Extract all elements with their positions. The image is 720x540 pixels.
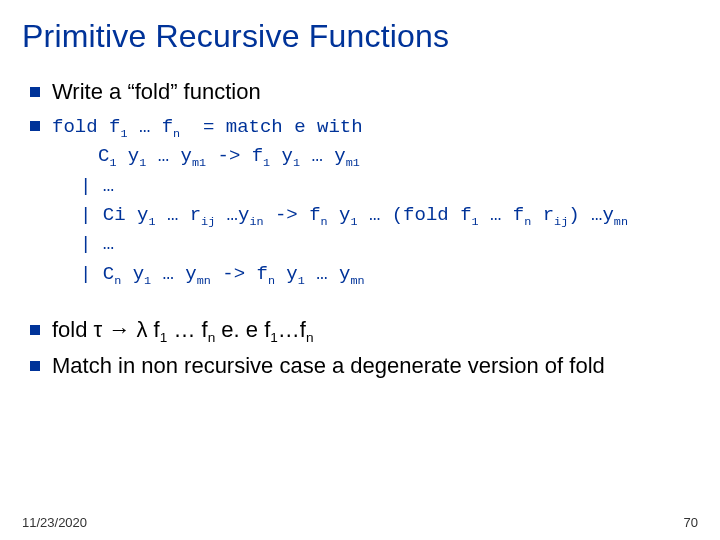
footer-date: 11/23/2020	[22, 515, 87, 530]
code-line-3: | …	[70, 172, 702, 201]
bullet-code-block: fold f1 … fn = match e with C1 y1 … ym1 …	[22, 113, 702, 290]
footer-page: 70	[684, 515, 698, 530]
bullet-match-degenerate: Match in non recursive case a degenerate…	[22, 351, 702, 381]
bullet-list: Write a “fold” function fold f1 … fn = m…	[22, 77, 702, 289]
bullet-fold-tau: fold τ → λ f1 … fn e. e f1…fn	[22, 315, 702, 345]
code-line-4: | Ci y1 … rij …yin -> fn y1 … (fold f1 ……	[70, 201, 702, 230]
bullet-list-2: fold τ → λ f1 … fn e. e f1…fn Match in n…	[22, 315, 702, 380]
bullet-text: Match in non recursive case a degenerate…	[52, 353, 605, 378]
spacer	[22, 295, 702, 315]
code-line-2: C1 y1 … ym1 -> f1 y1 … ym1	[52, 142, 702, 171]
bullet-text: fold τ → λ f1 … fn e. e f1…fn	[52, 317, 314, 342]
code-line-1: fold f1 … fn = match e with	[52, 116, 363, 138]
slide: Primitive Recursive Functions Write a “f…	[0, 0, 720, 540]
code-line-6: | Cn y1 … ymn -> fn y1 … ymn	[70, 260, 702, 289]
footer: 11/23/2020 70	[22, 515, 698, 530]
bullet-write-fold: Write a “fold” function	[22, 77, 702, 107]
page-title: Primitive Recursive Functions	[22, 18, 702, 55]
bullet-text: Write a “fold” function	[52, 79, 261, 104]
code-line-5: | …	[70, 230, 702, 259]
